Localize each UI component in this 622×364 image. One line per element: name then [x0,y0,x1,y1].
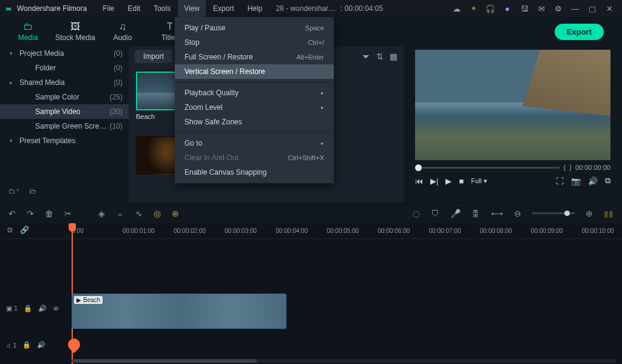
menu-item-1[interactable]: StopCtrl+/ [175,35,334,50]
detach-icon[interactable]: ⧉ [605,176,610,186]
minimize-icon[interactable]: — [567,4,583,13]
mark-out-icon[interactable]: } [569,164,572,171]
import-button[interactable]: Import [135,50,172,63]
ruler-tick: 00:00:02:00 [174,228,214,234]
lock-icon[interactable]: 🔒 [24,305,32,312]
export-button[interactable]: Export [555,24,604,40]
menu-item-9[interactable]: Go to▸ [175,136,334,150]
preview-time: 00:00:00:00 [575,164,610,171]
meters-icon[interactable]: ▮▮ [604,209,614,218]
manage-tracks-icon[interactable]: ⧉ [7,226,13,234]
sidebar-item-6[interactable]: ▾Preset Templates [0,133,129,148]
menu-item-10: Clear In And OutCtrl+Shift+X [175,150,334,165]
zoom-in-icon[interactable]: ⊕ [586,209,593,218]
timeline-toolbar: ↶ ↷ 🗑 ✂ ◈ ⫠ ∿ ◎ ⊛ ◌ ⛉ 🎤 🎛 ⟷ ⊖ ⊕ ▮▮ [0,203,622,223]
mute-icon[interactable]: 🔊 [37,341,46,349]
menu-view[interactable]: View [178,0,206,17]
zoom-slider[interactable] [532,212,575,214]
fit-timeline-icon[interactable]: ⟷ [491,209,503,218]
crop-icon[interactable]: ⫠ [116,209,124,218]
menu-item-7[interactable]: Show Safe Zones [175,115,334,129]
sidebar-item-3[interactable]: Sample Color(25) [0,90,129,104]
zoom-out-icon[interactable]: ⊖ [514,209,521,218]
scrub-bar[interactable]: { } 00:00:00:00 [415,164,610,171]
video-track-1[interactable]: ▣ 1 🔒 🔊 👁 ▶Beach [0,294,622,330]
play-in-icon[interactable]: ▶| [430,177,438,186]
speed-icon[interactable]: ∿ [135,209,143,218]
undo-icon[interactable]: ↶ [8,209,16,218]
scrub-knob[interactable] [415,164,422,171]
audio-marker[interactable] [66,336,83,353]
filter-icon[interactable]: ⏷ [362,52,370,61]
delete-icon[interactable]: 🗑 [45,209,53,218]
fit-select[interactable]: Full ▾ [471,177,487,185]
support-icon[interactable]: 🎧 [482,4,498,13]
menu-export[interactable]: Export [207,0,240,17]
timeline-ruler[interactable]: 0:0000:00:01:0000:00:02:0000:00:03:0000:… [0,223,622,239]
stop-icon[interactable]: ■ [459,177,464,186]
sidebar-item-5[interactable]: Sample Green Scre…(10) [0,119,129,133]
cloud-icon[interactable]: ☁ [448,4,464,13]
menu-edit[interactable]: Edit [122,0,147,17]
ruler-tick: 00:00:06:00 [378,228,418,234]
project-timecode: : 00:00:04:05 [340,4,383,13]
open-folder-icon[interactable]: 🗁 [29,187,36,195]
step-back-icon[interactable]: ⏮ [415,177,423,186]
ruler-tick: 00:00:10:00 [582,228,622,234]
display-icon[interactable]: ⛶ [556,177,564,186]
mark-in-icon[interactable]: { [564,164,566,171]
link-icon[interactable]: 🔗 [20,226,29,234]
close-icon[interactable]: ✕ [601,4,617,13]
menu-item-2[interactable]: Full Screen / RestoreAlt+Enter [175,50,334,64]
audio-track-1[interactable]: ♫ 1 🔒 🔊 [0,339,622,356]
save-icon[interactable]: 🖫 [516,4,532,13]
marker-icon[interactable]: ◈ [98,209,105,218]
sidebar-item-4[interactable]: Sample Video(20) [0,104,129,119]
timeline-clip-beach[interactable]: ▶Beach [72,294,286,329]
color-icon[interactable]: ◎ [154,209,161,218]
tab-audio[interactable]: ♫Audio [101,19,144,44]
menu-tools[interactable]: Tools [147,0,177,17]
lock-icon[interactable]: 🔒 [22,341,31,349]
timeline: ⧉ 🔗 0:0000:00:01:0000:00:02:0000:00:03:0… [0,223,622,364]
grid-view-icon[interactable]: ▦ [390,52,397,61]
account-icon[interactable]: ● [499,4,515,13]
menu-item-11[interactable]: Enable Canvas Snapping [175,165,334,180]
menu-help[interactable]: Help [242,0,269,17]
visibility-icon[interactable]: 👁 [53,305,59,312]
menu-item-6[interactable]: Zoom Level▸ [175,100,334,115]
new-folder-icon[interactable]: 🗀⁺ [8,187,19,195]
maximize-icon[interactable]: ▢ [584,4,600,13]
settings-icon[interactable]: ⚙ [550,4,566,13]
effects-icon[interactable]: ⊛ [172,209,179,218]
redo-icon[interactable]: ↷ [27,209,34,218]
play-badge-icon: ▶ [76,297,81,303]
menu-file[interactable]: File [96,0,120,17]
sidebar-item-0[interactable]: ▾Project Media(0) [0,46,129,61]
shield-icon[interactable]: ⛉ [431,209,439,218]
menu-item-3[interactable]: Vertical Screen / Restore [175,64,334,79]
menu-item-5[interactable]: Playback Quality▸ [175,86,334,100]
tips-icon[interactable]: ⌖ [465,4,481,13]
mic-icon[interactable]: 🎤 [450,209,461,218]
tab-media[interactable]: 🗀Media [6,19,50,44]
sort-icon[interactable]: ⇅ [376,52,384,61]
mail-icon[interactable]: ✉ [533,4,549,13]
volume-icon[interactable]: 🔊 [588,177,598,186]
sidebar-item-1[interactable]: Folder(0) [0,61,129,75]
split-icon[interactable]: ✂ [64,209,72,218]
tracking-icon[interactable]: ◌ [413,209,420,218]
timeline-scrollbar[interactable] [72,359,616,363]
play-icon[interactable]: ▶ [445,177,451,186]
mixer-icon[interactable]: 🎛 [472,209,480,218]
preview-screen[interactable] [415,50,610,160]
mute-icon[interactable]: 🔊 [38,305,47,312]
ruler-tick: 00:00:09:00 [531,228,571,234]
sidebar-item-2[interactable]: ▸Shared Media(0) [0,75,129,90]
tab-stock-media[interactable]: 🖾Stock Media [53,19,97,44]
music-icon: ♫ [101,21,144,32]
menu-item-0[interactable]: Play / PauseSpace [175,21,334,35]
ruler-tick: 00:00:05:00 [326,228,367,234]
snapshot-icon[interactable]: 📷 [571,177,581,186]
track-label: ▣ 1 [6,305,18,312]
